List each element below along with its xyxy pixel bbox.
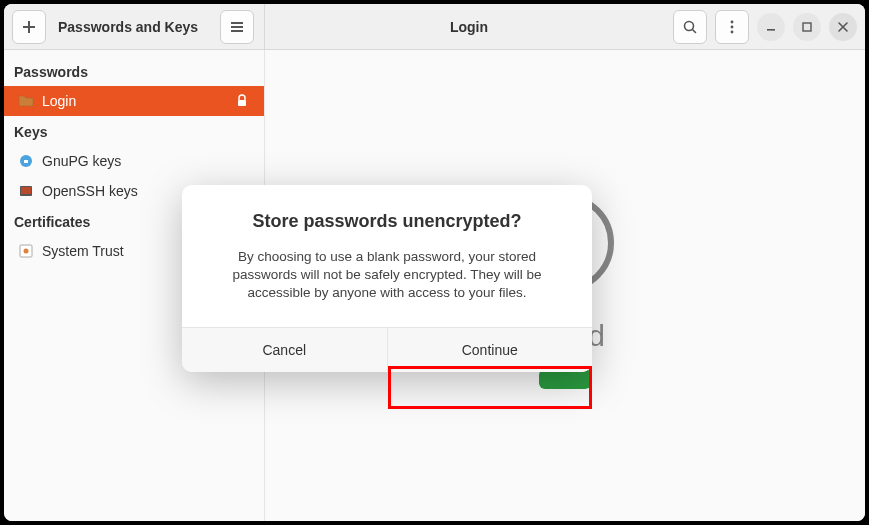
dialog-actions: Cancel Continue (182, 327, 592, 372)
dialog-title: Store passwords unencrypted? (210, 211, 564, 232)
dialog-message: By choosing to use a blank password, you… (210, 248, 564, 303)
dialog: Store passwords unencrypted? By choosing… (182, 185, 592, 372)
dialog-overlay: Store passwords unencrypted? By choosing… (0, 0, 869, 525)
dialog-body: Store passwords unencrypted? By choosing… (182, 185, 592, 327)
cancel-button[interactable]: Cancel (182, 328, 388, 372)
continue-button[interactable]: Continue (388, 328, 593, 372)
